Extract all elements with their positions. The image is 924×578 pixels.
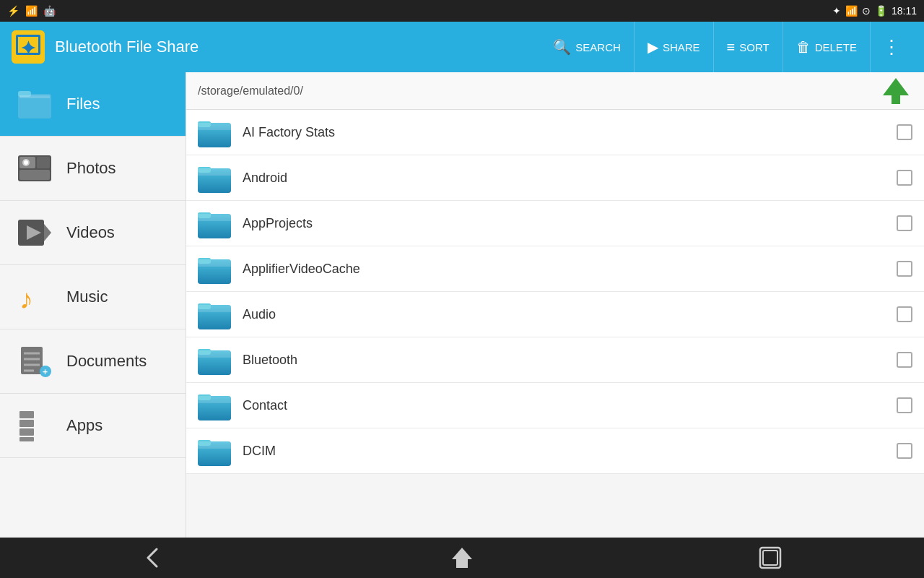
svg-rect-7: [37, 157, 50, 168]
sidebar-item-music[interactable]: ♪ Music: [0, 265, 186, 329]
current-path: /storage/emulated/0/: [198, 85, 303, 98]
svg-marker-26: [883, 78, 909, 95]
svg-marker-12: [44, 224, 51, 241]
wifi-icon: ⊙: [862, 5, 871, 17]
file-checkbox[interactable]: [897, 124, 912, 140]
file-checkbox[interactable]: [897, 397, 912, 413]
file-row[interactable]: AppProjects: [186, 201, 924, 246]
share-button[interactable]: ▶ SHARE: [635, 22, 714, 72]
svg-rect-62: [198, 396, 231, 403]
svg-rect-47: [198, 259, 231, 267]
apps-icon: [16, 407, 53, 444]
status-bar-left: ⚡ 📶 🤖: [7, 5, 56, 17]
photos-icon: [16, 150, 53, 187]
bluetooth-status-icon: ✦: [832, 5, 841, 17]
file-checkbox[interactable]: [897, 261, 912, 277]
folder-name: AppProjects: [243, 216, 897, 231]
file-checkbox[interactable]: [897, 306, 912, 322]
svg-rect-27: [892, 95, 900, 104]
folder-name: Contact: [243, 398, 897, 413]
svg-rect-37: [198, 168, 231, 176]
path-bar: /storage/emulated/0/: [186, 72, 924, 110]
svg-rect-4: [19, 95, 50, 98]
usb-icon: ⚡: [7, 5, 19, 17]
svg-rect-70: [763, 551, 777, 565]
music-label: Music: [66, 288, 108, 306]
share-label: SHARE: [663, 41, 700, 53]
file-row[interactable]: ApplifierVideoCache: [186, 246, 924, 292]
sort-button[interactable]: ≡ SORT: [714, 22, 783, 72]
file-checkbox[interactable]: [897, 443, 912, 459]
folder-name: Bluetooth: [243, 353, 897, 368]
sidebar: Files Photos: [0, 72, 186, 538]
sidebar-item-videos[interactable]: Videos: [0, 201, 186, 265]
svg-rect-67: [198, 441, 231, 449]
sidebar-item-apps[interactable]: Apps: [0, 394, 186, 458]
app-title: Bluetooth File Share: [55, 38, 530, 56]
sidebar-item-files[interactable]: Files: [0, 72, 186, 137]
svg-rect-23: [19, 420, 34, 427]
status-bar: ⚡ 📶 🤖 ✦ 📶 ⊙ 🔋 18:11: [0, 0, 924, 22]
svg-text:♪: ♪: [19, 284, 33, 314]
nav-bar: [0, 538, 924, 578]
search-icon: 🔍: [553, 38, 571, 56]
android-icon: 🤖: [43, 5, 56, 17]
sidebar-item-documents[interactable]: + Documents: [0, 329, 186, 394]
top-actions: 🔍 SEARCH ▶ SHARE ≡ SORT 🗑 DELETE ⋮: [540, 22, 912, 72]
folder-name: Android: [243, 171, 897, 186]
file-row[interactable]: Bluetooth: [186, 337, 924, 383]
search-label: SEARCH: [575, 41, 621, 53]
delete-icon: 🗑: [796, 39, 811, 56]
svg-rect-52: [198, 305, 231, 312]
svg-rect-22: [19, 411, 34, 418]
delete-label: DELETE: [815, 41, 857, 53]
videos-icon: [16, 214, 53, 251]
svg-rect-8: [19, 170, 50, 180]
svg-text:✦: ✦: [20, 38, 36, 59]
back-button[interactable]: [125, 540, 183, 575]
home-button[interactable]: [433, 540, 491, 575]
file-checkbox[interactable]: [897, 170, 912, 186]
file-row[interactable]: AI Factory Stats: [186, 110, 924, 155]
file-checkbox[interactable]: [897, 215, 912, 231]
file-row[interactable]: Contact: [186, 383, 924, 428]
svg-rect-24: [19, 428, 34, 436]
file-row[interactable]: Audio: [186, 292, 924, 337]
svg-point-10: [24, 160, 28, 165]
file-row[interactable]: DCIM: [186, 428, 924, 474]
svg-rect-32: [198, 123, 231, 130]
recents-button[interactable]: [741, 540, 799, 575]
videos-label: Videos: [66, 223, 115, 242]
navigate-up-button[interactable]: [879, 74, 912, 108]
documents-icon: +: [16, 342, 53, 380]
sidebar-item-photos[interactable]: Photos: [0, 137, 186, 201]
svg-marker-68: [452, 548, 472, 568]
music-icon: ♪: [16, 278, 53, 316]
file-checkbox[interactable]: [897, 352, 912, 368]
signal-icon: 📶: [845, 5, 858, 17]
top-bar: ✦ Bluetooth File Share 🔍 SEARCH ▶ SHARE …: [0, 22, 924, 72]
delete-button[interactable]: 🗑 DELETE: [783, 22, 871, 72]
main-content: Files Photos: [0, 72, 924, 538]
svg-text:+: +: [43, 367, 48, 377]
status-bar-right: ✦ 📶 ⊙ 🔋 18:11: [832, 5, 917, 17]
search-button[interactable]: 🔍 SEARCH: [540, 22, 635, 72]
sort-label: SORT: [739, 41, 769, 53]
battery-icon: 🔋: [875, 5, 887, 17]
svg-rect-25: [19, 437, 34, 441]
file-list: AI Factory Stats Android: [186, 110, 924, 538]
file-browser: /storage/emulated/0/: [186, 72, 924, 538]
sort-icon: ≡: [727, 39, 736, 56]
folder-name: DCIM: [243, 444, 897, 459]
time-display: 18:11: [892, 5, 917, 17]
apps-label: Apps: [66, 416, 103, 435]
app-icon: ✦: [12, 30, 45, 64]
svg-rect-42: [198, 214, 231, 221]
folder-name: AI Factory Stats: [243, 125, 897, 140]
file-row[interactable]: Android: [186, 155, 924, 201]
share-icon: ▶: [648, 38, 658, 56]
files-label: Files: [66, 95, 100, 113]
wifi-status-icon: 📶: [25, 5, 38, 17]
folder-name: ApplifierVideoCache: [243, 262, 897, 277]
more-button[interactable]: ⋮: [871, 22, 912, 72]
